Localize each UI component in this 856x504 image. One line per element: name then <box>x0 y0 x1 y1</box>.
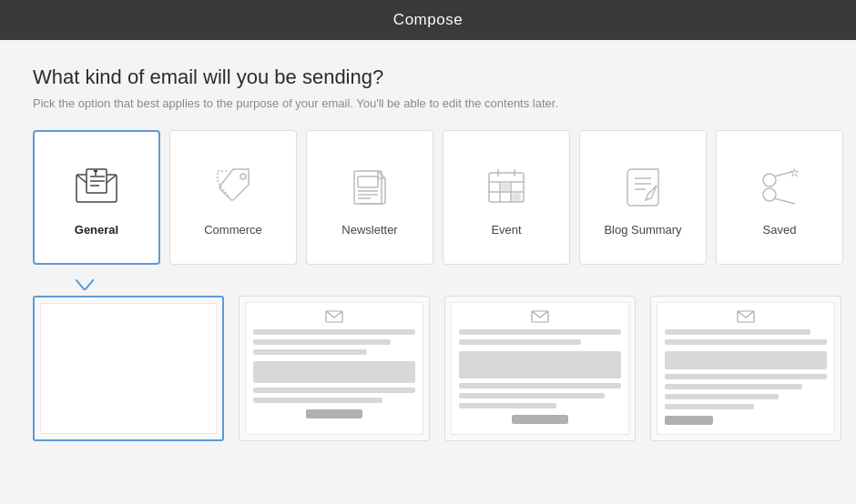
svg-line-33 <box>774 198 795 204</box>
page-title: What kind of email will you be sending? <box>33 66 823 89</box>
svg-marker-34 <box>790 168 799 176</box>
email-type-general[interactable]: General <box>33 130 160 265</box>
selected-indicator <box>33 279 823 290</box>
main-content: What kind of email will you be sending? … <box>0 40 856 459</box>
top-bar: Compose <box>0 0 856 40</box>
newsletter-label: Newsletter <box>341 223 397 237</box>
email-type-list: General Commerce <box>33 130 823 265</box>
email-type-saved[interactable]: Saved <box>716 130 843 265</box>
email-type-newsletter[interactable]: Newsletter <box>306 130 433 265</box>
template-2[interactable] <box>444 296 636 441</box>
app-title: Compose <box>393 11 463 29</box>
svg-rect-25 <box>513 194 520 201</box>
email-type-commerce[interactable]: Commerce <box>169 130 297 265</box>
template-preview-list <box>33 296 823 441</box>
page-subtitle: Pick the option that best applies to the… <box>33 96 823 110</box>
blog-summary-icon <box>616 159 670 214</box>
svg-point-31 <box>763 188 776 201</box>
event-icon <box>479 159 534 214</box>
blog-summary-label: Blog Summary <box>604 223 681 237</box>
email-type-event[interactable]: Event <box>443 130 570 265</box>
event-label: Event <box>491 223 521 237</box>
saved-label: Saved <box>763 223 797 237</box>
svg-rect-24 <box>502 184 509 191</box>
general-icon <box>69 159 124 214</box>
commerce-icon <box>206 159 260 214</box>
svg-point-30 <box>763 174 776 186</box>
svg-rect-11 <box>358 176 378 187</box>
general-label: General <box>75 223 118 237</box>
newsletter-icon <box>342 159 397 214</box>
template-3[interactable] <box>650 296 841 441</box>
template-blank[interactable] <box>33 296 224 441</box>
template-1[interactable] <box>239 296 430 441</box>
commerce-label: Commerce <box>204 223 262 237</box>
saved-icon <box>752 159 807 214</box>
svg-point-9 <box>240 174 246 179</box>
email-type-blog-summary[interactable]: Blog Summary <box>579 130 707 265</box>
